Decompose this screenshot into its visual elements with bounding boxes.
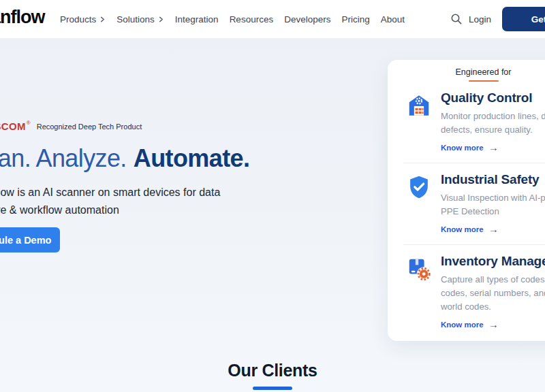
- feature-description: Visual Inspection with AI-powered PPE De…: [441, 191, 545, 218]
- know-more-link[interactable]: Know more →: [441, 320, 499, 330]
- nav-item-solutions[interactable]: Solutions: [116, 14, 164, 24]
- arrow-right-icon: →: [488, 224, 499, 234]
- feature-description: Capture all types of codes like QR codes…: [441, 273, 545, 313]
- hero-title-bold: Automate.: [134, 144, 250, 172]
- card-divider: [403, 163, 545, 163]
- chevron-right-icon: [99, 14, 106, 24]
- nav-item-pricing[interactable]: Pricing: [341, 14, 369, 24]
- clients-heading: Our Clients: [0, 361, 545, 380]
- feature-item-inventory-management: Inventory Management Capture all types o…: [388, 254, 545, 330]
- get-in-touch-button[interactable]: Get in touch: [502, 7, 545, 31]
- arrow-right-icon: →: [488, 142, 499, 152]
- clients-section: Our Clients: [0, 361, 545, 390]
- main-nav: Products Solutions Integration Resources…: [60, 0, 405, 38]
- feature-description: Monitor production lines, detect defects…: [441, 110, 545, 137]
- quality-control-factory-icon: [406, 93, 432, 118]
- card-divider: [403, 244, 545, 245]
- inventory-box-gear-icon: [406, 256, 432, 282]
- nav-item-developers[interactable]: Developers: [284, 14, 330, 24]
- hero-subtitle: Scanflow is an AI scanner on smart devic…: [0, 184, 220, 218]
- feature-title: Industrial Safety: [441, 172, 545, 187]
- nav-right-group: Login Get in touch: [450, 0, 545, 38]
- feature-item-quality-control: Quality Control Monitor production lines…: [388, 91, 545, 153]
- feature-title: Inventory Management: [441, 254, 545, 269]
- nav-item-products[interactable]: Products: [60, 14, 106, 24]
- industrial-safety-shield-icon: [406, 174, 432, 200]
- brand-logo[interactable]: scanflow: [0, 7, 45, 28]
- nav-item-resources[interactable]: Resources: [230, 14, 274, 24]
- search-icon[interactable]: [450, 12, 463, 26]
- hero-title-regular: Scan. Analyze.: [0, 144, 127, 172]
- feature-item-industrial-safety: Industrial Safety Visual Inspection with…: [388, 172, 545, 235]
- feature-title: Quality Control: [441, 91, 545, 105]
- nasscom-logo: NASSCOM: [0, 120, 26, 132]
- chevron-right-icon: [158, 14, 164, 24]
- arrow-right-icon: →: [488, 319, 499, 329]
- know-more-link[interactable]: Know more →: [441, 143, 499, 153]
- card-eyebrow: Engineered for: [388, 67, 545, 77]
- nav-item-integration[interactable]: Integration: [175, 14, 219, 24]
- clients-heading-underline: [253, 387, 292, 390]
- schedule-demo-button[interactable]: Schedule a Demo: [0, 227, 60, 252]
- know-more-link[interactable]: Know more →: [441, 225, 499, 235]
- badge-label: Recognized Deep Tech Product: [37, 122, 142, 131]
- eyebrow-underline: [469, 80, 499, 82]
- login-link[interactable]: Login: [469, 14, 491, 24]
- engineered-for-card: Engineered for Quality Control Monitor p…: [388, 60, 545, 341]
- top-navigation-bar: scanflow Products Solutions Integration …: [0, 0, 545, 38]
- registered-mark: ®: [27, 120, 31, 126]
- nav-item-about[interactable]: About: [381, 14, 405, 24]
- nasscom-recognition-badge: NASSCOM ® Recognized Deep Tech Product: [0, 120, 142, 132]
- hero-title: Scan. Analyze.Automate.: [0, 144, 249, 173]
